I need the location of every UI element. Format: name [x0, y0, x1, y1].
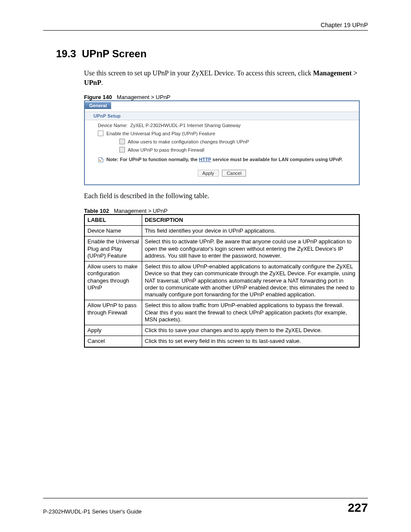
label-enable-upnp: Enable the Universal Plug and Play (UPnP… [106, 131, 215, 136]
device-name-value: ZyXEL P-2302HWUDL-P1 Internet Sharing Ga… [130, 123, 240, 128]
figure-screenshot: General UPnP Setup Device Name: ZyXEL P-… [84, 100, 360, 185]
table-intro: Each field is described in the following… [84, 191, 359, 201]
cell-desc: Click this to set every field in this sc… [142, 336, 360, 347]
intro-paragraph: Use this screen to set up UPnP in your Z… [84, 68, 359, 87]
cell-label: Device Name [84, 226, 142, 236]
footer-guide: P-2302HWUDL-P1 Series User's Guide [43, 508, 142, 515]
cell-label: Apply [84, 325, 142, 336]
table-row: Device Name This field identifies your d… [84, 226, 359, 236]
chapter-label: Chapter 19 UPnP [321, 22, 368, 28]
table-row: Apply Click this to save your changes an… [84, 325, 359, 336]
checkbox-allow-firewall[interactable] [119, 147, 125, 152]
table-caption-text: Management > UPnP [114, 208, 168, 214]
cell-desc: Select this to activate UPnP. Be aware t… [142, 236, 360, 261]
table-number: Table 102 [84, 208, 109, 214]
section-number: 19.3 [56, 48, 76, 59]
cell-desc: This field identifies your device in UPn… [142, 226, 360, 236]
section-heading: 19.3 UPnP Screen [56, 48, 368, 60]
field-description-table: LABEL DESCRIPTION Device Name This field… [84, 214, 360, 348]
cell-desc: Click this to save your changes and to a… [142, 325, 360, 336]
cell-desc: Select this to allow UPnP-enabled applic… [142, 261, 360, 300]
cancel-button[interactable]: Cancel [222, 170, 246, 177]
intro-text: Use this screen to set up UPnP in your Z… [84, 69, 313, 77]
table-row: Allow users to make configuration change… [84, 261, 359, 300]
note-http-link[interactable]: HTTP [199, 157, 212, 162]
note-prefix: Note: For UPnP to function normally, the [106, 157, 199, 162]
note-suffix: service must be available for LAN comput… [211, 157, 342, 162]
figure-caption: Figure 140 Management > UPnP [84, 94, 368, 100]
label-allow-config: Allow users to make configuration change… [128, 139, 249, 144]
th-description: DESCRIPTION [142, 215, 360, 226]
cell-label: Cancel [84, 336, 142, 347]
checkbox-allow-config[interactable] [119, 139, 125, 144]
table-caption: Table 102 Management > UPnP [84, 208, 368, 214]
tab-general[interactable]: General [85, 102, 111, 109]
cell-desc: Select this to allow traffic from UPnP-e… [142, 300, 360, 325]
th-label: LABEL [84, 215, 142, 226]
table-row: Allow UPnP to pass through Firewall Sele… [84, 300, 359, 325]
figure-caption-text: Management > UPnP [117, 94, 171, 100]
checkbox-enable-upnp[interactable] [98, 131, 103, 136]
cell-label: Allow UPnP to pass through Firewall [84, 300, 142, 325]
figure-number: Figure 140 [84, 94, 112, 100]
table-row: Enable the Universal Plug and Play (UPnP… [84, 236, 359, 261]
note-icon [98, 157, 104, 163]
device-name-label: Device Name: [98, 123, 128, 128]
apply-button[interactable]: Apply [198, 170, 219, 177]
section-title-text: UPnP Screen [82, 48, 146, 59]
cell-label: Enable the Universal Plug and Play (UPnP… [84, 236, 142, 261]
page-number: 227 [348, 501, 368, 515]
label-allow-firewall: Allow UPnP to pass through Firewall [128, 147, 204, 152]
cell-label: Allow users to make configuration change… [84, 261, 142, 300]
intro-period: . [101, 79, 103, 86]
table-row: Cancel Click this to set every field in … [84, 336, 359, 347]
upnp-setup-header: UPnP Setup [85, 112, 359, 120]
